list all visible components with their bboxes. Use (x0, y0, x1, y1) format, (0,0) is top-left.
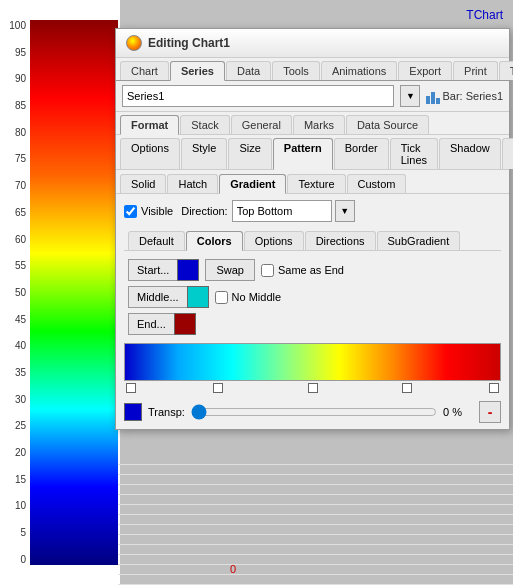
no-middle-text: No Middle (232, 291, 282, 303)
start-color-swatch[interactable] (177, 259, 199, 281)
dialog-title-bar: Editing Chart1 (116, 29, 509, 58)
end-color-swatch[interactable] (174, 313, 196, 335)
transparency-row: Transp: 0 % - (124, 401, 501, 423)
subtab-marks[interactable]: Marks (293, 115, 345, 134)
color-controls: Start... Swap Same as End Middle... No M… (124, 251, 501, 335)
tab-data[interactable]: Data (226, 61, 271, 80)
visible-direction-row: Visible Direction: Top Bottom Left Right… (124, 200, 501, 222)
stop-marker-0[interactable] (126, 383, 136, 393)
same-as-end-text: Same as End (278, 264, 344, 276)
transparency-slider[interactable] (191, 404, 437, 420)
series-icon: Bar: Series1 (426, 88, 503, 104)
stop-marker-2[interactable] (308, 383, 318, 393)
visible-label: Visible (141, 205, 173, 217)
fill-tab-bar: Solid Hatch Gradient Texture Custom (116, 170, 509, 194)
dialog: Editing Chart1 Chart Series Data Tools A… (115, 28, 510, 430)
pattab-style[interactable]: Style (181, 138, 227, 169)
transp-label: Transp: (148, 406, 185, 418)
start-row: Start... Swap Same as End (128, 259, 497, 281)
filltab-solid[interactable]: Solid (120, 174, 166, 193)
subtab-general[interactable]: General (231, 115, 292, 134)
pattab-ticklines[interactable]: Tick Lines (390, 138, 438, 169)
stop-marker-3[interactable] (402, 383, 412, 393)
series-row: Series1 ▼ Bar: Series1 (116, 81, 509, 112)
gradtab-directions[interactable]: Directions (305, 231, 376, 250)
tab-series[interactable]: Series (170, 61, 225, 81)
sub-tab-bar: Format Stack General Marks Data Source (116, 112, 509, 135)
tab-export[interactable]: Export (398, 61, 452, 80)
subtab-datasource[interactable]: Data Source (346, 115, 429, 134)
pattab-size[interactable]: Size (228, 138, 271, 169)
subtab-stack[interactable]: Stack (180, 115, 230, 134)
middle-btn-label[interactable]: Middle... (128, 286, 187, 308)
end-color-btn[interactable]: End... (128, 313, 196, 335)
middle-color-btn[interactable]: Middle... (128, 286, 209, 308)
background-lines (118, 455, 513, 585)
filltab-texture[interactable]: Texture (287, 174, 345, 193)
tab-chart[interactable]: Chart (120, 61, 169, 80)
gradtab-subgradient[interactable]: SubGradient (377, 231, 461, 250)
direction-label: Direction: (181, 205, 227, 217)
same-as-end-label[interactable]: Same as End (261, 264, 344, 277)
series-dropdown-btn[interactable]: ▼ (400, 85, 420, 107)
pattab-options[interactable]: Options (120, 138, 180, 169)
gradtab-colors[interactable]: Colors (186, 231, 243, 251)
y-axis: 100 95 90 85 80 75 70 65 60 55 50 45 40 … (0, 20, 30, 565)
visible-checkbox[interactable] (124, 205, 137, 218)
dialog-title-text: Editing Chart1 (148, 36, 230, 50)
bar-chart-icon (426, 88, 440, 104)
no-middle-label[interactable]: No Middle (215, 291, 282, 304)
swap-button[interactable]: Swap (205, 259, 255, 281)
gradient-content: Visible Direction: Top Bottom Left Right… (116, 194, 509, 429)
filltab-hatch[interactable]: Hatch (167, 174, 218, 193)
transp-percent: 0 % (443, 406, 473, 418)
chart-background: 100 95 90 85 80 75 70 65 60 55 50 45 40 … (0, 0, 120, 585)
start-color-btn[interactable]: Start... (128, 259, 199, 281)
filltab-custom[interactable]: Custom (347, 174, 407, 193)
pattab-shadow[interactable]: Shadow (439, 138, 501, 169)
pattab-border[interactable]: Border (334, 138, 389, 169)
start-btn-label[interactable]: Start... (128, 259, 177, 281)
direction-select[interactable]: Top Bottom Left Right Bottom Top Right L… (232, 200, 332, 222)
no-middle-checkbox[interactable] (215, 291, 228, 304)
gradient-stops (124, 383, 501, 395)
tab-themes[interactable]: Themes (499, 61, 513, 80)
visible-checkbox-label[interactable]: Visible (124, 205, 173, 218)
middle-color-swatch[interactable] (187, 286, 209, 308)
gradient-preview[interactable] (124, 343, 501, 381)
transp-color-swatch (124, 403, 142, 421)
end-row: End... (128, 313, 497, 335)
gradient-preview-container (124, 343, 501, 395)
filltab-gradient[interactable]: Gradient (219, 174, 286, 194)
pattab-pattern[interactable]: Pattern (273, 138, 333, 170)
dialog-icon (126, 35, 142, 51)
main-tab-bar: Chart Series Data Tools Animations Expor… (116, 58, 509, 81)
subtab-format[interactable]: Format (120, 115, 179, 135)
same-as-end-checkbox[interactable] (261, 264, 274, 277)
pattab-emboss[interactable]: Emboss (502, 138, 513, 169)
tab-print[interactable]: Print (453, 61, 498, 80)
stop-marker-4[interactable] (489, 383, 499, 393)
stop-marker-1[interactable] (213, 383, 223, 393)
app-title: TChart (466, 8, 503, 22)
gradient-tab-bar: Default Colors Options Directions SubGra… (124, 228, 501, 251)
direction-group: Direction: Top Bottom Left Right Bottom … (181, 200, 354, 222)
gradtab-options[interactable]: Options (244, 231, 304, 250)
chart-plot (30, 20, 118, 565)
series-select[interactable]: Series1 (122, 85, 394, 107)
middle-row: Middle... No Middle (128, 286, 497, 308)
tab-tools[interactable]: Tools (272, 61, 320, 80)
series-label: Bar: Series1 (442, 90, 503, 102)
end-btn-label[interactable]: End... (128, 313, 174, 335)
tab-animations[interactable]: Animations (321, 61, 397, 80)
transp-minus-button[interactable]: - (479, 401, 501, 423)
pattern-tab-bar: Options Style Size Pattern Border Tick L… (116, 135, 509, 170)
gradtab-default[interactable]: Default (128, 231, 185, 250)
direction-dropdown-btn[interactable]: ▼ (335, 200, 355, 222)
